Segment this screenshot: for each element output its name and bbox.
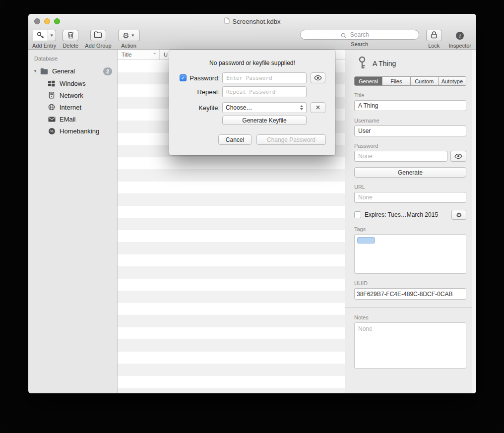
tab-autotype[interactable]: Autotype [438,77,466,85]
sidebar-item-network[interactable]: Network [28,89,117,101]
add-group-button[interactable] [90,30,106,41]
expires-row: Expires: Tues…March 2015 ⚙ [354,210,466,220]
windows-icon [48,80,56,87]
window-title: Screenshot.kdbx [233,18,281,25]
envelope-icon [48,117,56,122]
add-entry-label: Add Entry [32,43,56,49]
password-label: Password [354,143,466,149]
uuid-field[interactable] [354,288,466,300]
tags-label: Tags [354,226,466,232]
sidebar-item-label: Internet [60,104,81,111]
titlebar[interactable]: Screenshot.kdbx [28,17,476,25]
password-field[interactable] [354,151,447,162]
action-item: ⚙ ▼ Action [118,30,140,49]
repeat-input[interactable] [222,86,307,97]
inspector-label: Inspector [449,43,471,49]
sidebar-item-windows[interactable]: Windows [28,77,117,89]
notes-field[interactable]: None [354,322,466,369]
sidebar-item-internet[interactable]: Internet [28,101,117,113]
trash-icon [67,31,74,41]
url-field[interactable] [354,192,466,203]
sidebar-item-label: Homebanking [60,127,99,135]
sidebar-item-label: Network [60,92,83,99]
tag-chip[interactable] [357,237,375,244]
sidebar-group-general[interactable]: ▼ General 2 [28,65,117,77]
tab-general[interactable]: General [355,77,382,85]
sidebar-item-homebanking[interactable]: % Homebanking [28,125,117,137]
expires-settings-button[interactable]: ⚙ [451,210,466,220]
expires-checkbox[interactable] [354,211,361,218]
info-icon: i [456,32,464,40]
tab-files[interactable]: Files [382,77,410,85]
delete-label: Delete [63,43,78,49]
app-window: Screenshot.kdbx ▼ Add Entry [28,14,476,393]
username-field[interactable] [354,125,466,136]
key-plus-icon [33,30,48,41]
search-input[interactable] [300,30,419,40]
globe-icon [48,104,56,111]
chevron-down-icon: ▼ [131,33,135,38]
sidebar-item-label: EMail [60,116,76,123]
gear-icon: ⚙ [456,212,462,218]
folder-plus-icon [94,31,102,40]
notes-label: Notes [354,314,466,320]
add-entry-button[interactable]: ▼ [33,30,56,41]
close-icon: × [315,104,320,112]
reveal-password-button[interactable] [450,151,466,162]
keyfile-value: Choose… [226,104,252,111]
gear-icon: ⚙ [123,32,129,39]
add-entry-item: ▼ Add Entry [32,30,56,49]
lock-button[interactable] [426,30,442,41]
sidebar: Database ▼ General 2 Windows [28,50,118,393]
lock-label: Lock [428,43,440,49]
eye-icon [314,73,322,82]
password-input[interactable] [222,72,307,83]
title-label: Title [354,92,466,98]
inspector-item: i Inspector [449,30,471,49]
eye-icon [454,152,462,161]
action-button[interactable]: ⚙ ▼ [118,30,140,41]
change-password-button[interactable]: Change Password [256,134,326,145]
chevron-down-icon[interactable]: ▼ [48,30,56,41]
disclosure-triangle-icon[interactable]: ▼ [33,69,40,73]
repeat-label: Repeat: [187,88,220,96]
inspector-tabs: General Files Custom Autotype [354,76,466,86]
column-header-username[interactable]: U [160,52,168,58]
sidebar-item-label: Windows [60,80,86,87]
generate-password-button[interactable]: Generate [354,167,466,178]
clear-keyfile-button[interactable]: × [311,102,325,113]
search-item: Search [300,30,419,47]
tab-custom[interactable]: Custom [410,77,438,85]
title-field[interactable] [354,100,466,111]
document-icon [224,17,230,25]
toolbar-left: ▼ Add Entry Delete [32,30,140,49]
delete-item: Delete [63,30,78,49]
dialog-message: No password or keyfile supplied! [169,60,335,66]
sort-ascending-icon: ⌃ [153,52,157,58]
add-group-item: Add Group [85,30,111,49]
generate-keyfile-button[interactable]: Generate Keyfile [222,116,307,125]
toolbar-right: Search Lock i Inspector [300,30,471,49]
sidebar-section-header: Database [28,53,117,65]
sidebar-item-email[interactable]: EMail [28,113,117,125]
column-header-title[interactable]: Title ⌃ [118,50,160,60]
lock-item: Lock [426,30,442,49]
cancel-button[interactable]: Cancel [218,134,252,145]
desktop: Screenshot.kdbx ▼ Add Entry [0,0,504,433]
expires-label: Expires: Tues…March 2015 [365,211,438,218]
entry-header: A Thing [357,57,466,70]
uuid-label: UUID [354,280,466,286]
padlock-icon [431,31,438,41]
keyfile-select[interactable]: Choose… [222,102,307,113]
divider [345,308,476,308]
password-checkbox[interactable]: ✓ [180,74,187,81]
change-password-dialog: No password or keyfile supplied! ✓ Passw… [169,50,335,155]
scrollbar-track[interactable] [472,50,476,393]
entry-count-badge: 2 [103,67,112,75]
delete-button[interactable] [63,30,78,41]
reveal-password-button[interactable] [311,72,325,83]
folder-icon [40,68,48,74]
key-icon [357,56,367,71]
tags-field[interactable] [354,234,466,274]
inspector-button[interactable]: i [451,30,468,41]
